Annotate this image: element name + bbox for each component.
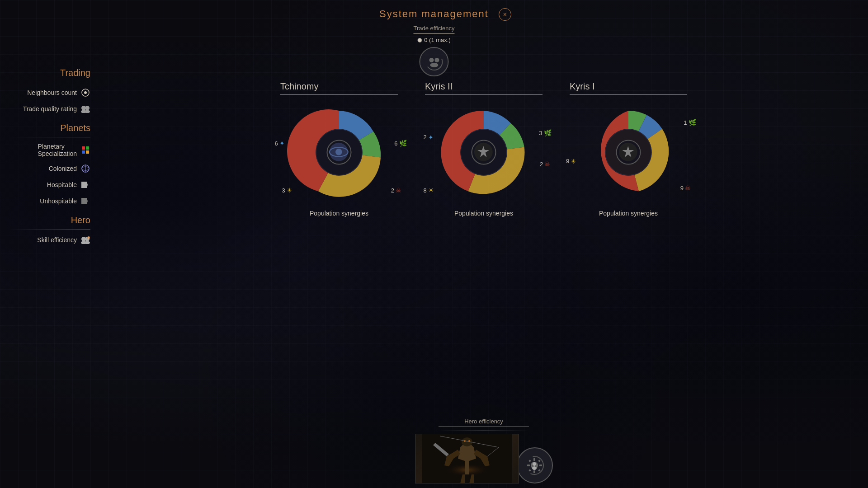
sidebar-item-skill-efficiency: Skill efficiency ★ (9, 235, 90, 245)
svg-point-7 (85, 106, 90, 110)
svg-point-56 (532, 466, 537, 470)
colonized-icon (80, 164, 90, 174)
planet-kyris2-name: Kyris II (425, 81, 542, 95)
trade-quality-icon (80, 104, 90, 114)
neighbours-icon (80, 88, 90, 98)
page-title: System management (379, 8, 489, 20)
svg-text:★: ★ (88, 237, 90, 239)
tchinomy-leaf-icon: 🌿 (399, 140, 407, 147)
planet-kyris1-name: Kyris I (570, 81, 687, 95)
hero-bottom-area (99, 434, 868, 483)
unhospitable-label: Unhospitable (40, 197, 77, 205)
close-button[interactable]: × (499, 8, 511, 21)
svg-marker-18 (81, 198, 88, 204)
svg-point-3 (430, 63, 438, 67)
kyris1-leaf-value: 1 (684, 119, 687, 126)
kyris2-star-value: 2 (424, 134, 427, 141)
neighbours-label: Neighbours count (27, 89, 77, 96)
tchinomy-synergies: Population synergies (310, 210, 368, 217)
tchinomy-label-star: 6 ✦ (274, 140, 284, 147)
kyris2-label-star: 2 ✦ (424, 134, 434, 141)
svg-point-5 (84, 91, 87, 94)
kyris1-leaf-icon: 🌿 (689, 119, 696, 126)
planets-section-title: Planets (9, 123, 90, 133)
svg-rect-10 (82, 146, 85, 150)
kyris2-leaf-icon: 🌿 (544, 129, 552, 136)
svg-rect-52 (538, 460, 541, 462)
kyris2-leaf-value: 3 (539, 130, 542, 136)
kyris1-sun-icon: ☀ (571, 158, 576, 165)
kyris2-sun-value: 8 (424, 187, 427, 194)
sidebar-item-hospitable: Hospitable (9, 180, 90, 190)
hero-efficiency-label: Hero efficiency (439, 418, 529, 427)
header: System management × (379, 0, 489, 20)
trade-efficiency-value: 0 (1 max.) (413, 37, 454, 43)
svg-point-55 (533, 462, 536, 466)
hero-figure-svg (422, 434, 512, 483)
specialization-icon (80, 145, 90, 155)
sidebar-item-neighbours: Neighbours count (9, 88, 90, 98)
kyris2-labels: 2 ✦ 3 🌿 8 ☀ 2 ☠ (432, 100, 536, 204)
trade-efficiency-section: Trade efficiency 0 (1 max.) (413, 25, 454, 76)
trade-dot-icon (417, 38, 422, 42)
svg-rect-54 (538, 469, 541, 472)
kyris1-skull-value: 9 (680, 185, 684, 192)
kyris2-synergies: Population synergies (454, 210, 513, 217)
hospitable-icon (80, 180, 90, 190)
svg-rect-53 (528, 469, 531, 472)
svg-point-0 (426, 54, 442, 70)
kyris2-sun-icon: ☀ (428, 187, 434, 194)
tchinomy-sun-value: 3 (282, 187, 285, 194)
planets-divider (9, 137, 90, 137)
tchinomy-label-sun: 3 ☀ (282, 187, 292, 194)
unhospitable-icon (80, 196, 90, 206)
tchinomy-star-icon: ✦ (279, 140, 285, 147)
kyris2-label-leaf: 3 🌿 (539, 129, 551, 136)
planet-kyris2-chart: 2 ✦ 3 🌿 8 ☀ 2 ☠ (432, 100, 536, 204)
trade-efficiency-number: 0 (1 max.) (424, 37, 451, 43)
svg-rect-51 (528, 460, 531, 462)
tchinomy-label-leaf: 6 🌿 (394, 140, 406, 147)
specialization-label: PlanetarySpecialization (38, 143, 77, 157)
skill-efficiency-icon: ★ (80, 235, 90, 245)
trading-section-title: Trading (9, 68, 90, 78)
hero-image (415, 434, 519, 483)
tchinomy-labels: 6 ✦ 6 🌿 3 ☀ 2 ☠ (287, 100, 391, 204)
sidebar-item-colonized: Colonized (9, 164, 90, 174)
skill-efficiency-label: Skill efficiency (37, 236, 77, 244)
sidebar-item-specialization: PlanetarySpecialization (9, 143, 90, 157)
kyris2-label-sun: 8 ☀ (424, 187, 434, 194)
hospitable-label: Hospitable (47, 181, 77, 188)
sidebar: Trading Neighbours count Trade quality r… (0, 63, 99, 256)
svg-point-2 (434, 58, 439, 62)
svg-rect-47 (533, 458, 535, 461)
tchinomy-label-skull: 2 ☠ (391, 187, 401, 194)
hero-efficiency-section: Hero efficiency (99, 417, 868, 488)
trade-efficiency-label: Trade efficiency (413, 25, 454, 34)
colonized-label: Colonized (49, 165, 77, 172)
trade-icon-svg (425, 53, 443, 71)
hero-section: Hero Skill efficiency ★ (9, 215, 90, 245)
kyris1-label-leaf: 1 🌿 (684, 119, 696, 126)
svg-rect-13 (86, 150, 89, 154)
hero-divider (9, 229, 90, 230)
planets-section: Planets PlanetarySpecialization Colonize… (9, 123, 90, 206)
trading-divider (9, 82, 90, 82)
planet-kyris1-chart: 1 🌿 9 ☀ 9 ☠ (576, 100, 680, 204)
svg-point-1 (429, 58, 434, 62)
sidebar-item-unhospitable: Unhospitable (9, 196, 90, 206)
svg-rect-48 (533, 470, 535, 473)
kyris1-sun-value: 9 (566, 158, 569, 164)
hero-efficiency-button[interactable] (517, 447, 553, 483)
svg-rect-12 (82, 150, 85, 154)
tchinomy-sun-icon: ☀ (287, 187, 292, 194)
sidebar-item-trade-quality: Trade quality rating (9, 104, 90, 114)
kyris1-skull-icon: ☠ (685, 184, 691, 192)
planet-tchinomy-chart: 6 ✦ 6 🌿 3 ☀ 2 ☠ (287, 100, 391, 204)
kyris1-label-skull: 9 ☠ (680, 184, 691, 192)
tchinomy-skull-value: 2 (391, 187, 394, 194)
kyris2-star-icon: ✦ (428, 134, 434, 141)
kyris1-labels: 1 🌿 9 ☀ 9 ☠ (576, 100, 680, 204)
svg-rect-49 (527, 465, 530, 466)
svg-rect-11 (86, 146, 89, 150)
